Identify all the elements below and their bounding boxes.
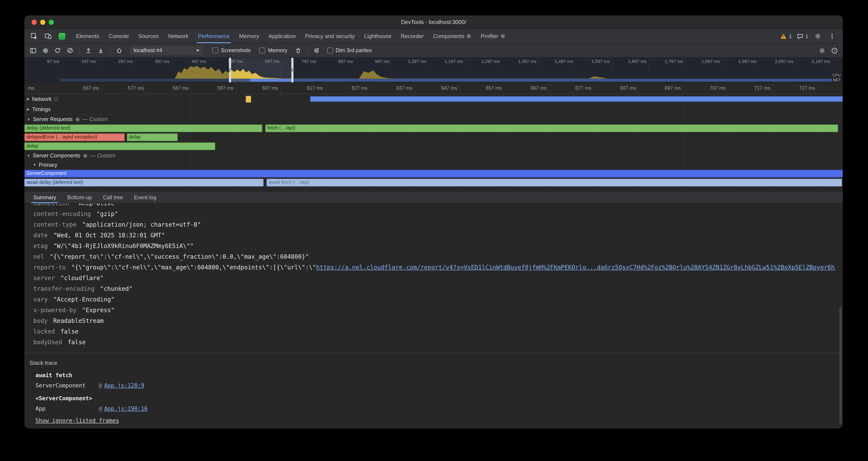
event-bar-label: delay (27, 143, 38, 148)
report-to-link[interactable]: https://a.nel.cloudflare.com/report/v4?s… (316, 264, 835, 271)
event-bar-label: fetch (…/api) (267, 125, 296, 131)
stack-trace-header: <ServerComponent> (35, 394, 835, 404)
event-bar-delay[interactable]: delay (127, 134, 178, 141)
property-key: report-to (33, 264, 66, 271)
gridline (683, 83, 683, 94)
tab-privacy-and-security[interactable]: Privacy and security (301, 29, 360, 43)
event-bar-delayederror-ayed-exception[interactable]: delayedError (…ayed exception) (24, 134, 125, 141)
overview-tick-label: 1,397 ms (518, 59, 536, 64)
minimize-button[interactable] (40, 20, 45, 25)
tab-profiler[interactable]: Profiler (476, 29, 510, 43)
event-bar-await-fetch-api[interactable]: await fetch (…/api) (266, 179, 842, 186)
event-bar-fetch-api[interactable]: fetch (…/api) (265, 124, 838, 132)
tab-lighthouse[interactable]: Lighthouse (360, 29, 396, 43)
tab-memory[interactable]: Memory (234, 29, 264, 43)
clear-button[interactable] (65, 45, 75, 56)
atom-icon (500, 34, 505, 38)
tab-performance[interactable]: Performance (193, 29, 235, 43)
capture-settings-gear-icon[interactable] (817, 45, 827, 56)
window-title: DevTools - localhost:3000/ (401, 19, 466, 25)
inspect-element-icon[interactable] (29, 31, 39, 41)
collapse-icon[interactable]: ▶ (27, 97, 29, 101)
timeline-overview[interactable]: CPU NET 97 ms197 ms297 ms397 ms497 ms597… (24, 58, 843, 83)
expand-icon[interactable]: ▼ (27, 154, 30, 157)
ruler-tick-label: 667 ms (531, 86, 547, 91)
save-profile-icon[interactable] (96, 45, 106, 56)
tab-elements[interactable]: Elements (71, 29, 104, 43)
frame-source-link[interactable]: App.js:190:16 (104, 404, 148, 414)
help-icon[interactable]: ? (829, 45, 839, 56)
track-label-timings[interactable]: ▶ Timings (27, 104, 51, 114)
details-row-content-encoding: content-encoding"gzip" (33, 209, 835, 220)
details-row-body: bodyReadableStream (33, 316, 835, 326)
track-header-server-components[interactable]: ▼ Server Components — Custom (24, 151, 843, 161)
tab-network[interactable]: Network (163, 29, 193, 43)
selection-handle-left[interactable] (229, 58, 231, 83)
track-group-primary[interactable]: ▼ Primary (24, 161, 843, 169)
live-metrics-home-icon[interactable] (114, 45, 124, 56)
frame-source-link[interactable]: App.js:128:9 (104, 381, 144, 391)
overview-tick-label: 97 ms (47, 59, 59, 64)
track-config-icon[interactable] (54, 97, 58, 101)
tab-components[interactable]: Components (428, 29, 476, 43)
show-ignore-listed-frames-link[interactable]: Show ignore-listed frames (35, 417, 119, 424)
close-button[interactable] (32, 20, 37, 25)
details-tab-call-tree[interactable]: Call tree (97, 192, 128, 203)
scrollbar-thumb[interactable] (839, 307, 841, 424)
tabbar-right-icons: 1 1 (774, 29, 843, 43)
selection-handle-right[interactable] (291, 58, 293, 83)
details-tab-event-log[interactable]: Event log (128, 192, 162, 203)
collect-garbage-icon[interactable] (293, 45, 303, 56)
reload-and-record-button[interactable] (53, 45, 63, 56)
record-button[interactable] (40, 45, 51, 56)
tab-sources[interactable]: Sources (134, 29, 163, 43)
details-tab-summary[interactable]: Summary (28, 192, 62, 203)
kebab-menu-icon[interactable] (827, 31, 837, 41)
details-row-bodyused: bodyUsedfalse (33, 337, 835, 348)
details-row-server: server"cloudflare" (33, 273, 835, 284)
details-tab-bottom-up[interactable]: Bottom-up (62, 192, 97, 203)
toggle-panel-icon[interactable] (28, 45, 38, 56)
event-bar-servercomponent[interactable]: ServerComponent (24, 170, 843, 177)
track-header-server-requests[interactable]: ▼ Server Requests — Custom (24, 115, 843, 124)
net-lane-label: NET (832, 78, 842, 82)
gridline (549, 83, 549, 94)
collapse-icon[interactable]: ▶ (27, 107, 29, 111)
screen: DevTools - localhost:3000/ ElementsConso… (0, 0, 868, 461)
settings-gear-icon[interactable] (812, 31, 823, 41)
history-dropdown[interactable]: localhost #4 (130, 46, 203, 55)
property-key: date (33, 232, 48, 239)
tab-label: Memory (239, 33, 259, 39)
tab-console[interactable]: Console (104, 29, 133, 43)
tab-recorder[interactable]: Recorder (396, 29, 428, 43)
device-toolbar-icon[interactable] (43, 31, 53, 41)
track-label-network[interactable]: ▶ Network (27, 94, 58, 104)
atom-icon (75, 117, 80, 122)
expand-icon[interactable]: ▼ (33, 163, 36, 167)
extension-icon[interactable] (57, 31, 67, 41)
event-bar-delay-deferred-text[interactable]: delay (deferred text) (24, 124, 262, 132)
screenshots-checkbox[interactable]: Screenshots (212, 48, 251, 54)
throttling-tuner-icon[interactable] (311, 45, 321, 56)
warning-icon[interactable] (780, 31, 787, 41)
network-request-bar[interactable] (310, 96, 843, 102)
network-request-bar[interactable] (245, 96, 251, 103)
zoom-button[interactable] (49, 20, 54, 25)
flame-chart[interactable]: ▶ Network ▶ Timings ▼ Server Requests — … (24, 94, 843, 191)
chevron-down-icon (196, 49, 199, 52)
ruler-tick-label: 607 ms (262, 86, 278, 91)
load-profile-icon[interactable] (83, 45, 94, 56)
overview-tick-label: 297 ms (118, 59, 133, 64)
event-bar-delay[interactable]: delay (24, 142, 216, 150)
dim-3rd-parties-checkbox[interactable]: Dim 3rd parties (327, 48, 372, 54)
issues-message-icon[interactable] (796, 31, 804, 41)
event-bar-label: ServerComponent (27, 171, 66, 176)
memory-checkbox[interactable]: Memory (259, 48, 287, 54)
tab-label: Network (168, 33, 188, 39)
event-bar-label: delayedError (…ayed exception) (27, 134, 97, 139)
expand-icon[interactable]: ▼ (27, 117, 30, 121)
event-bar-await-delay-deferred-text[interactable]: await delay (deferred text) (24, 179, 264, 186)
details-scrollbar[interactable] (839, 204, 842, 429)
tab-application[interactable]: Application (264, 29, 300, 43)
details-row-vary: vary"Accept-Encoding" (33, 294, 835, 305)
